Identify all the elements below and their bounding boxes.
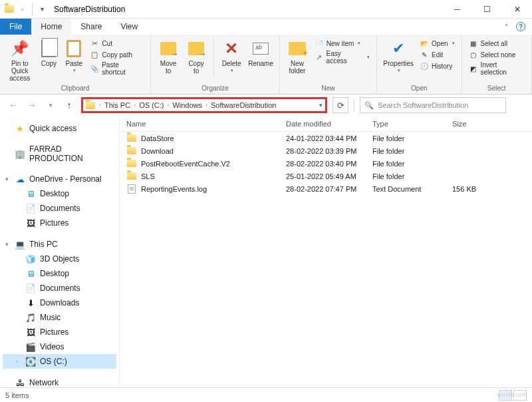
tab-view[interactable]: View [111, 19, 147, 35]
chevron-right-icon[interactable]: › [16, 358, 18, 365]
column-date[interactable]: Date modified [286, 120, 372, 128]
select-none-button[interactable]: ▢Select none [466, 49, 527, 60]
ribbon-group-organize: Move to Copy to ✕ Delete ▾ Rename Organi… [151, 35, 280, 94]
edit-button[interactable]: ✎Edit [417, 49, 457, 60]
file-row[interactable]: DataStore24-01-2022 03:44 PMFile folder [120, 132, 532, 144]
chevron-right-icon[interactable]: › [134, 102, 136, 108]
downloads-icon: ⬇ [25, 298, 36, 308]
file-date: 28-02-2022 03:39 PM [286, 147, 372, 155]
nav-farrad-production[interactable]: 🏢FARRAD PRODUCTION [3, 142, 116, 165]
file-row[interactable]: ReportingEvents.log28-02-2022 07:47 PMTe… [120, 182, 532, 195]
documents-icon: 📄 [25, 203, 36, 214]
column-name[interactable]: Name [120, 120, 286, 128]
nav-downloads[interactable]: ⬇Downloads [3, 296, 116, 310]
qat-placeholder-icon[interactable]: ▫ [17, 4, 28, 15]
file-row[interactable]: SLS25-01-2022 05:49 AMFile folder [120, 170, 532, 182]
address-dropdown-icon[interactable]: ▾ [319, 102, 323, 108]
pictures-icon: 🖼 [25, 327, 36, 337]
nav-onedrive-documents[interactable]: 📄Documents [3, 201, 116, 216]
file-name: DataStore [141, 134, 174, 142]
file-list: DataStore24-01-2022 03:44 PMFile folderD… [120, 132, 532, 195]
columns-header[interactable]: Name Date modified Type Size [120, 116, 532, 132]
copy-to-button[interactable]: Copy to [183, 37, 209, 76]
tab-home[interactable]: Home [31, 19, 71, 35]
easy-access-icon: ↗ [315, 53, 324, 62]
history-button[interactable]: 🕘History [417, 61, 457, 71]
ribbon-group-clipboard: 📌 Pin to Quick access Copy Paste ▾ ✂Cut … [0, 35, 151, 94]
network-icon: 🖧 [15, 377, 25, 388]
nav-pc-desktop[interactable]: 🖥Desktop [3, 266, 116, 281]
forward-button[interactable]: → [25, 99, 39, 112]
select-all-button[interactable]: ▦Select all [466, 38, 527, 49]
music-icon: 🎵 [25, 312, 36, 323]
breadcrumb-segment[interactable]: OS (C:) [137, 101, 166, 109]
pin-icon: 📌 [9, 38, 31, 59]
file-type: File folder [372, 172, 452, 180]
paste-button[interactable]: Paste ▾ [62, 37, 86, 75]
file-date: 28-02-2022 03:40 PM [286, 160, 372, 168]
rename-button[interactable]: Rename [246, 37, 275, 69]
paste-shortcut-button[interactable]: 📎Paste shortcut [87, 61, 146, 77]
help-icon[interactable]: ? [516, 22, 525, 31]
nav-onedrive-desktop[interactable]: 🖥Desktop [3, 186, 116, 201]
chevron-down-icon[interactable]: ▾ [5, 176, 9, 182]
move-to-button[interactable]: Move to [155, 37, 182, 76]
delete-button[interactable]: ✕ Delete ▾ [218, 37, 245, 75]
minimize-button[interactable]: ─ [442, 0, 472, 19]
chevron-down-icon[interactable]: ▾ [5, 241, 9, 248]
nav-network[interactable]: 🖧Network [3, 375, 116, 389]
address-bar[interactable]: › This PC › OS (C:) › Windows › Software… [81, 97, 327, 113]
chevron-right-icon[interactable]: › [205, 102, 207, 108]
file-date: 24-01-2022 03:44 PM [286, 134, 372, 142]
nav-pc-documents[interactable]: 📄Documents [3, 281, 116, 296]
folder-icon [126, 158, 137, 169]
nav-this-pc[interactable]: ▾💻This PC [3, 237, 116, 252]
breadcrumb-segment[interactable]: Windows [170, 101, 204, 109]
file-row[interactable]: PostRebootEventCache.V228-02-2022 03:40 … [120, 157, 532, 170]
nav-3d-objects[interactable]: 🧊3D Objects [3, 252, 116, 266]
pin-to-quick-access-button[interactable]: 📌 Pin to Quick access [4, 37, 35, 83]
easy-access-button[interactable]: ↗Easy access▾ [312, 49, 372, 65]
documents-icon: 📄 [25, 283, 36, 294]
close-button[interactable]: ✕ [502, 0, 532, 19]
nav-videos[interactable]: 🎬Videos [3, 339, 116, 354]
nav-pc-pictures[interactable]: 🖼Pictures [3, 325, 116, 339]
navigation-pane[interactable]: ★Quick access 🏢FARRAD PRODUCTION ▾☁OneDr… [0, 116, 120, 389]
back-button[interactable]: ← [7, 99, 20, 112]
open-button[interactable]: 📂Open▾ [417, 38, 457, 49]
search-input[interactable]: 🔍 Search SoftwareDistribution [360, 97, 506, 113]
properties-button[interactable]: ✔ Properties ▾ [381, 37, 416, 75]
new-folder-button[interactable]: New folder [284, 37, 311, 76]
column-size[interactable]: Size [452, 120, 505, 128]
chevron-right-icon[interactable]: › [99, 102, 101, 108]
maximize-button[interactable]: ☐ [472, 0, 502, 19]
breadcrumb-segment[interactable]: SoftwareDistribution [209, 101, 278, 109]
cut-button[interactable]: ✂Cut [87, 38, 146, 49]
tab-share[interactable]: Share [71, 19, 111, 35]
tab-file[interactable]: File [0, 19, 31, 35]
refresh-button[interactable]: ⟳ [332, 97, 348, 113]
nav-onedrive[interactable]: ▾☁OneDrive - Personal [3, 172, 116, 186]
recent-locations-button[interactable]: ▾ [44, 99, 57, 112]
nav-onedrive-pictures[interactable]: 🖼Pictures [3, 216, 116, 230]
nav-quick-access[interactable]: ★Quick access [3, 121, 116, 136]
cloud-icon: ☁ [15, 174, 25, 184]
window-folder-icon [4, 4, 15, 15]
file-row[interactable]: Download28-02-2022 03:39 PMFile folder [120, 144, 532, 157]
copy-path-button[interactable]: 📋Copy path [87, 49, 146, 60]
collapse-ribbon-icon[interactable]: ˄ [505, 23, 508, 31]
new-item-button[interactable]: 📄New item▾ [312, 38, 372, 49]
nav-music[interactable]: 🎵Music [3, 310, 116, 325]
qat-customize-icon[interactable]: ▾ [37, 4, 47, 15]
copy-button[interactable]: Copy [37, 37, 61, 69]
invert-selection-button[interactable]: ◩Invert selection [466, 61, 527, 77]
files-pane[interactable]: Name Date modified Type Size DataStore24… [120, 116, 532, 389]
nav-os-c[interactable]: ›💽OS (C:) [3, 354, 116, 369]
copy-to-icon [186, 38, 207, 59]
select-none-icon: ▢ [469, 50, 478, 59]
column-type[interactable]: Type [372, 120, 452, 128]
ribbon: 📌 Pin to Quick access Copy Paste ▾ ✂Cut … [0, 35, 532, 95]
up-button[interactable]: ↑ [63, 99, 76, 112]
chevron-right-icon[interactable]: › [167, 102, 169, 108]
breadcrumb-segment[interactable]: This PC [102, 101, 132, 109]
